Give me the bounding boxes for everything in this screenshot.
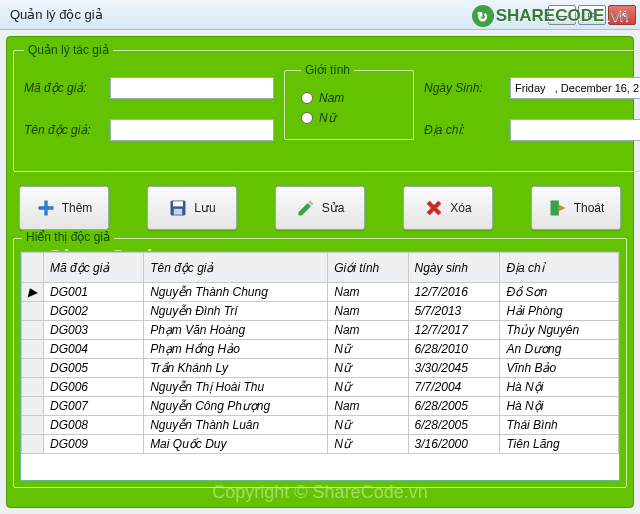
luu-button[interactable]: Lưu — [147, 186, 237, 230]
table-row[interactable]: DG003Phạm Văn HoàngNam12/7/2017Thủy Nguy… — [22, 321, 619, 340]
table-row[interactable]: DG004Phạm Hồng HảoNữ6/28/2010An Dương — [22, 340, 619, 359]
plus-icon — [36, 198, 56, 218]
madocgia-input[interactable] — [110, 77, 274, 99]
logo-icon: ↻ — [472, 5, 494, 27]
header-row: Mã độc giả Tên độc giả Giới tính Ngày si… — [22, 253, 619, 283]
radio-nam[interactable]: Nam — [301, 91, 397, 105]
table-row[interactable]: DG006Nguyễn Thị Hoài ThuNữ7/7/2004Hà Nội — [22, 378, 619, 397]
them-button[interactable]: Thêm — [19, 186, 109, 230]
table-row[interactable]: DG007Nguyễn Công PhượngNam6/28/2005Hà Nộ… — [22, 397, 619, 416]
svg-rect-3 — [550, 201, 558, 216]
ngaysinh-input[interactable] — [510, 77, 640, 99]
gender-legend: Giới tính — [301, 63, 354, 77]
diachi-label: Địa chỉ: — [424, 123, 510, 137]
tendocgia-input[interactable] — [110, 119, 274, 141]
table-row[interactable]: DG002Nguyễn Đình TríNam5/7/2013Hải Phòng — [22, 302, 619, 321]
radio-nu[interactable]: Nữ — [301, 111, 397, 125]
col-ma[interactable]: Mã độc giả — [44, 253, 144, 283]
ngaysinh-label: Ngày Sinh: — [424, 81, 510, 95]
table-row[interactable]: DG009Mai Quốc DuyNữ3/16/2000Tiên Lãng — [22, 435, 619, 454]
thoat-button[interactable]: Thoát — [531, 186, 621, 230]
form-groupbox: Quản lý tác giả Mã độc giả: Tên độc giả:… — [13, 43, 640, 172]
tendocgia-label: Tên độc giả: — [24, 123, 110, 137]
table-row[interactable]: DG008Nguyễn Thành LuânNữ6/28/2005Thái Bì… — [22, 416, 619, 435]
exit-icon — [548, 198, 568, 218]
pencil-icon — [296, 198, 316, 218]
data-grid[interactable]: Mã độc giả Tên độc giả Giới tính Ngày si… — [20, 251, 620, 481]
window-title: Quản lý độc giả — [10, 7, 548, 22]
diachi-input[interactable] — [510, 119, 640, 141]
col-dc[interactable]: Địa chỉ — [500, 253, 619, 283]
grid-legend: Hiển thị độc giả — [22, 230, 114, 244]
svg-rect-2 — [174, 209, 182, 215]
save-icon — [168, 198, 188, 218]
x-icon — [424, 198, 444, 218]
gender-groupbox: Giới tính Nam Nữ — [284, 63, 414, 140]
table-row[interactable]: ▶DG001Nguyễn Thành ChungNam12/7/2016Đồ S… — [22, 283, 619, 302]
grid-groupbox: Hiển thị độc giả Mã độc giả Tên độc giả … — [13, 238, 627, 488]
svg-rect-1 — [173, 201, 183, 206]
radio-icon — [301, 112, 313, 124]
xoa-button[interactable]: Xóa — [403, 186, 493, 230]
col-ns[interactable]: Ngày sinh — [408, 253, 500, 283]
sua-button[interactable]: Sửa — [275, 186, 365, 230]
col-ten[interactable]: Tên độc giả — [144, 253, 328, 283]
madocgia-label: Mã độc giả: — [24, 81, 110, 95]
sharecode-logo: ↻ SHARECODE.vn — [472, 5, 629, 27]
form-legend: Quản lý tác giả — [24, 43, 113, 57]
radio-icon — [301, 92, 313, 104]
col-gt[interactable]: Giới tính — [328, 253, 408, 283]
table-row[interactable]: DG005Trần Khánh LyNữ3/30/2045Vĩnh Bảo — [22, 359, 619, 378]
